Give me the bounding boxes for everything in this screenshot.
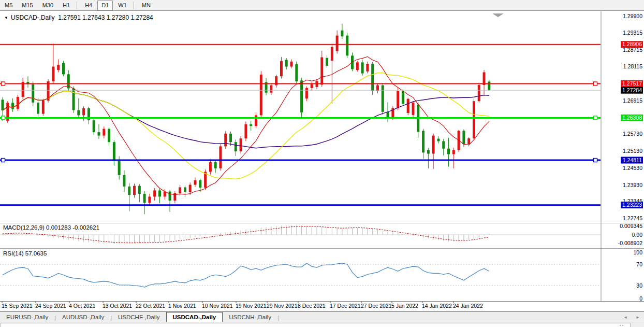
candle-body — [407, 99, 409, 113]
date-axis-label: 27 Dec 2021 — [361, 303, 392, 309]
line-drag-handle[interactable] — [594, 82, 597, 86]
candle-body — [290, 62, 293, 67]
price-level-label: 1.23223 — [622, 202, 642, 208]
date-axis-label: 8 Dec 2021 — [298, 303, 326, 309]
candle-body — [361, 62, 364, 73]
date-axis-label: 22 Oct 2021 — [136, 303, 165, 309]
rsi-indicator-label: RSI(14) 57.0635 — [3, 250, 47, 257]
timeframe-toolbar: M5M15M30H1H4D1W1MN — [0, 0, 644, 11]
macd-axis-label: 0.009345 — [620, 223, 642, 229]
candle-body — [128, 187, 130, 195]
candle-body — [442, 141, 445, 149]
line-drag-handle[interactable] — [2, 159, 5, 162]
date-axis: 15 Sep 202124 Sep 20214 Oct 202113 Oct 2… — [2, 302, 483, 309]
chart-tab-usdcad[interactable]: USDCAD-,Daily — [166, 312, 223, 323]
line-drag-handle[interactable] — [594, 159, 597, 162]
candle-body — [346, 36, 348, 56]
price-axis-label: 1.28115 — [623, 63, 642, 69]
price-axis-label: 1.23930 — [623, 182, 642, 188]
timeframe-button-h1[interactable]: H1 — [58, 1, 74, 10]
candle-body — [179, 187, 181, 193]
candle-body — [32, 84, 34, 102]
timeframe-button-m5[interactable]: M5 — [1, 1, 17, 10]
candle-body — [123, 175, 125, 187]
line-drag-handle[interactable] — [2, 82, 5, 86]
macd-indicator-label: MACD(12,26,9) 0.001283 -0.002621 — [3, 224, 99, 231]
candle-body — [138, 186, 141, 194]
candle-body — [98, 132, 100, 136]
candle-body — [447, 149, 450, 154]
candle-body — [331, 47, 333, 61]
candle-body — [148, 196, 151, 203]
tab-scroll-right-button[interactable]: ► — [632, 315, 644, 322]
chart-tab-audusd[interactable]: AUDUSD-,Daily — [56, 312, 110, 322]
candle-body — [371, 64, 374, 91]
price-level-label: 1.27284 — [622, 87, 642, 93]
date-axis-label: 5 Jan 2022 — [391, 303, 418, 309]
macd-axis-label: 0.00 — [632, 232, 643, 238]
candle-body — [72, 89, 75, 110]
candle-body — [397, 91, 399, 108]
tab-scroll-left-button[interactable]: ◄ — [619, 315, 632, 322]
candle-body — [224, 134, 227, 147]
timeframe-button-m30[interactable]: M30 — [38, 1, 57, 10]
candle-body — [57, 65, 60, 70]
candle-body — [462, 131, 465, 144]
candle-body — [356, 62, 359, 70]
candle-body — [62, 63, 65, 74]
timeframe-button-h4[interactable]: H4 — [81, 1, 96, 10]
tab-separator: | — [277, 315, 279, 322]
candle-body — [17, 97, 19, 109]
date-axis-label: 4 Oct 2021 — [69, 303, 96, 309]
candle-body — [219, 146, 222, 168]
timeframe-button-mn[interactable]: MN — [138, 1, 155, 10]
candle-body — [402, 91, 404, 104]
candle-body — [336, 36, 339, 51]
candle-body — [229, 134, 232, 142]
scrollbar-grip-dot — [620, 325, 621, 326]
symbol-dropdown-icon[interactable]: ▼ — [4, 16, 8, 20]
price-axis-label: 1.26915 — [623, 97, 642, 104]
candle-body — [52, 67, 54, 81]
candle-body — [194, 180, 197, 185]
candle-body — [366, 64, 369, 72]
candle-body — [437, 139, 440, 141]
timeframe-button-w1[interactable]: W1 — [114, 1, 131, 10]
chart-canvas[interactable]: 1.299001.293151.287151.281151.269151.257… — [0, 11, 644, 311]
horizontal-scrollbar[interactable] — [0, 322, 644, 327]
date-axis-label: 14 Jan 2022 — [422, 303, 452, 309]
timeframe-button-d1[interactable]: D1 — [97, 1, 113, 10]
date-axis-label: 13 Oct 2021 — [103, 303, 132, 309]
price-level-label: 1.27517 — [622, 80, 642, 87]
trading-platform-window: M5M15M30H1H4D1W1MN ▼USDCAD-,Daily 1.2759… — [0, 0, 644, 327]
date-axis-label: 19 Nov 2021 — [236, 303, 267, 309]
candle-body — [382, 86, 384, 112]
chart-tab-eurusd[interactable]: EURUSD-,Daily — [0, 312, 54, 322]
candle-body — [300, 80, 303, 112]
candle-body — [133, 186, 136, 195]
candle-body — [478, 85, 480, 101]
rsi-axis-label: 30 — [636, 282, 642, 289]
line-drag-handle[interactable] — [2, 116, 5, 120]
candle-body — [488, 81, 490, 90]
price-axis-label: 1.22745 — [623, 215, 642, 221]
candle-body — [255, 115, 257, 126]
candle-body — [184, 187, 186, 192]
price-axis-label: 1.24530 — [623, 165, 642, 171]
price-axis-label: 1.25130 — [623, 148, 642, 154]
candle-body — [467, 138, 470, 144]
scrollbar-thumb[interactable] — [0, 323, 631, 327]
candle-body — [209, 162, 212, 172]
chart-tab-usdchf[interactable]: USDCHF-,Daily — [112, 312, 166, 322]
candle-body — [422, 131, 425, 152]
chart-symbol-label: USDCAD-,Daily — [11, 14, 55, 21]
line-drag-handle[interactable] — [594, 116, 597, 120]
date-axis-label: 24 Jan 2022 — [453, 303, 483, 309]
timeframe-button-m15[interactable]: M15 — [18, 1, 37, 10]
rsi-axis-label: 0 — [639, 295, 642, 302]
rsi-axis-label: 100 — [633, 249, 642, 255]
macd-axis-label: -0.008902 — [618, 240, 642, 246]
candle-body — [153, 190, 156, 196]
chart-title: ▼USDCAD-,Daily 1.27591 1.27643 1.27280 1… — [4, 14, 153, 21]
chart-tab-usdcnh[interactable]: USDCNH-,Daily — [223, 312, 277, 322]
